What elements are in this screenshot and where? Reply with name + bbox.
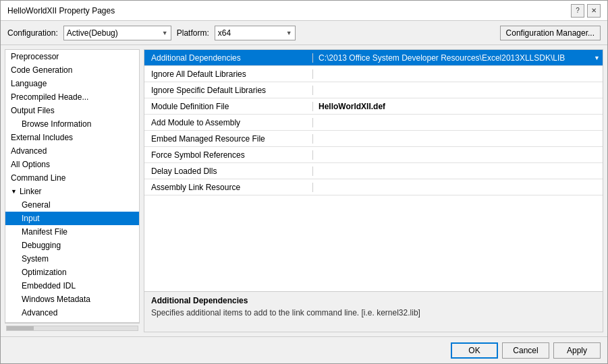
sidebar-item-label: Code Generation (11, 65, 72, 75)
property-pages-dialog: HelloWorldXII Property Pages ? ✕ Configu… (0, 0, 608, 364)
sidebar-item-label: Debugging (22, 241, 61, 250)
right-panel: Additional DependenciesC:\2013 Office Sy… (144, 49, 603, 332)
sidebar-item-browse-information[interactable]: Browse Information (5, 117, 139, 131)
scrollbar-thumb (7, 326, 34, 330)
property-row-ignore-specific[interactable]: Ignore Specific Default Libraries (144, 82, 603, 98)
property-row-embed-managed-resource[interactable]: Embed Managed Resource File (144, 131, 603, 147)
sidebar-item-label: System (22, 254, 49, 264)
sidebar-item-label: Linker (20, 187, 42, 196)
property-value-text: C:\2013 Office System Developer Resource… (319, 53, 565, 63)
sidebar-item-command-line[interactable]: Command Line (5, 171, 139, 185)
sidebar-item-label: External Includes (11, 133, 73, 142)
sidebar-item-label: Advanced (22, 308, 57, 317)
sidebar-item-advanced[interactable]: Advanced (5, 144, 139, 158)
sidebar-item-linker-input[interactable]: Input (5, 212, 139, 225)
property-name: Module Definition File (144, 102, 313, 111)
chevron-down-icon: ▼ (594, 55, 600, 61)
chevron-down-icon: ▼ (286, 30, 292, 36)
sidebar-item-label: General (22, 200, 51, 210)
description-panel: Additional Dependencies Specifies additi… (144, 291, 603, 332)
sidebar-item-external-includes[interactable]: External Includes (5, 131, 139, 144)
sidebar-item-label: All Options (11, 160, 50, 169)
cancel-button[interactable]: Cancel (502, 342, 549, 359)
sidebar-item-preprocessor[interactable]: Preprocessor (5, 50, 139, 63)
expand-icon: ▼ (11, 188, 17, 195)
property-row-assembly-link-resource[interactable]: Assembly Link Resource (144, 179, 603, 195)
property-row-ignore-all-default[interactable]: Ignore All Default Libraries (144, 66, 603, 82)
description-text: Specifies additional items to add to the… (151, 308, 596, 317)
content-area: PreprocessorCode GenerationLanguagePreco… (1, 45, 607, 336)
sidebar-item-linker-embedded-idl[interactable]: Embedded IDL (5, 279, 139, 293)
left-tree-panel: PreprocessorCode GenerationLanguagePreco… (5, 49, 140, 323)
property-value: HelloWorldXII.def (313, 102, 603, 111)
property-name: Ignore Specific Default Libraries (144, 86, 313, 95)
property-name: Force Symbol References (144, 150, 313, 160)
sidebar-item-label: Browse Information (22, 119, 91, 129)
property-row-add-module-assembly[interactable]: Add Module to Assembly (144, 115, 603, 131)
sidebar-item-linker-advanced[interactable]: Advanced (5, 306, 139, 320)
property-row-force-symbol-references[interactable]: Force Symbol References (144, 147, 603, 163)
sidebar-item-language[interactable]: Language (5, 77, 139, 90)
chevron-down-icon: ▼ (162, 30, 168, 36)
sidebar-item-label: Preprocessor (11, 52, 59, 61)
description-title: Additional Dependencies (151, 296, 596, 305)
property-name: Delay Loaded Dlls (144, 166, 313, 176)
property-value-text: HelloWorldXII.def (319, 102, 385, 111)
title-bar: HelloWorldXII Property Pages ? ✕ (1, 1, 607, 21)
sidebar-item-label: Precompiled Heade... (11, 92, 88, 102)
help-button[interactable]: ? (571, 4, 584, 18)
sidebar-item-label: Optimization (22, 268, 67, 277)
horizontal-scrollbar[interactable] (5, 323, 140, 332)
sidebar-item-label: Windows Metadata (22, 295, 90, 304)
sidebar-item-code-generation[interactable]: Code Generation (5, 63, 139, 77)
sidebar-item-precompiled-headers[interactable]: Precompiled Heade... (5, 90, 139, 104)
configuration-dropdown[interactable]: Active(Debug) ▼ (63, 26, 171, 40)
sidebar-item-label: Manifest File (22, 227, 67, 237)
sidebar-item-label: Input (22, 214, 40, 223)
sidebar-item-linker-general[interactable]: General (5, 198, 139, 212)
properties-list: Additional DependenciesC:\2013 Office Sy… (144, 50, 603, 291)
apply-button[interactable]: Apply (553, 342, 601, 359)
sidebar-item-label: Language (11, 79, 47, 88)
scrollbar-track (6, 326, 138, 331)
sidebar-item-linker-manifest[interactable]: Manifest File (5, 225, 139, 239)
title-bar-controls: ? ✕ (571, 4, 601, 18)
platform-value: x64 (218, 28, 231, 38)
property-name: Add Module to Assembly (144, 118, 313, 127)
sidebar-item-label: Output Files (11, 106, 55, 115)
platform-dropdown[interactable]: x64 ▼ (215, 26, 296, 40)
ok-button[interactable]: OK (451, 342, 498, 359)
property-name: Ignore All Default Libraries (144, 69, 313, 79)
sidebar-item-label: Command Line (11, 173, 65, 183)
bottom-bar: OK Cancel Apply (1, 336, 607, 363)
sidebar-item-linker-debugging[interactable]: Debugging (5, 239, 139, 252)
property-name: Additional Dependencies (144, 53, 313, 63)
sidebar-item-linker-windows-metadata[interactable]: Windows Metadata (5, 293, 139, 306)
dialog-title: HelloWorldXII Property Pages (7, 6, 115, 16)
platform-label: Platform: (177, 28, 209, 38)
left-panel-wrapper: PreprocessorCode GenerationLanguagePreco… (5, 49, 140, 332)
config-bar: Configuration: Active(Debug) ▼ Platform:… (1, 21, 607, 45)
sidebar-item-output-files[interactable]: Output Files (5, 104, 139, 117)
sidebar-item-linker[interactable]: ▼Linker (5, 185, 139, 198)
property-row-additional-dependencies[interactable]: Additional DependenciesC:\2013 Office Sy… (144, 50, 603, 66)
close-button[interactable]: ✕ (587, 4, 601, 18)
sidebar-item-linker-system[interactable]: System (5, 252, 139, 266)
configuration-manager-button[interactable]: Configuration Manager... (500, 26, 601, 40)
property-value: C:\2013 Office System Developer Resource… (313, 53, 603, 63)
sidebar-item-label: Advanced (11, 146, 47, 156)
property-name: Embed Managed Resource File (144, 134, 313, 144)
sidebar-item-linker-optimization[interactable]: Optimization (5, 266, 139, 279)
configuration-value: Active(Debug) (67, 28, 118, 38)
config-label: Configuration: (7, 28, 58, 38)
sidebar-item-all-options[interactable]: All Options (5, 158, 139, 171)
property-row-delay-loaded-dlls[interactable]: Delay Loaded Dlls (144, 163, 603, 179)
sidebar-item-label: Embedded IDL (22, 281, 76, 291)
property-name: Assembly Link Resource (144, 183, 313, 192)
property-row-module-definition[interactable]: Module Definition FileHelloWorldXII.def (144, 98, 603, 115)
